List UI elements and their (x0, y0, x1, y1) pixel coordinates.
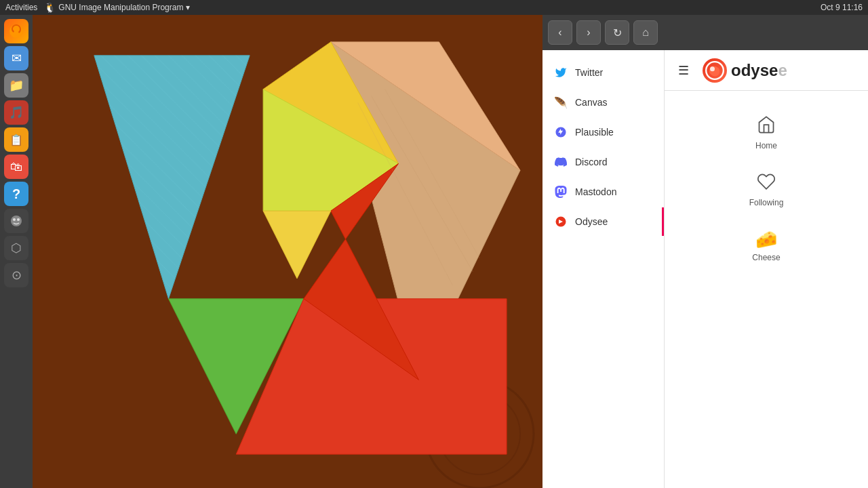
odysee-cheese-nav[interactable]: 🧀 Cheese (665, 218, 868, 273)
hamburger-button[interactable]: ☰ (673, 60, 694, 81)
mastodon-icon (553, 184, 568, 199)
browser-panel: ‹ › ↻ ⌂ Twitter 🪶 (542, 15, 868, 488)
nav-item-plausible[interactable]: Plausible (542, 118, 664, 146)
tangram-image (33, 15, 542, 488)
svg-point-3 (17, 218, 20, 221)
nav-item-canvas-label: Canvas (575, 97, 607, 108)
main-background (33, 15, 542, 488)
browser-content: Twitter 🪶 Canvas Plausible (542, 50, 868, 488)
forward-button[interactable]: › (576, 20, 601, 45)
odysee-following-nav[interactable]: Following (665, 161, 868, 218)
system-bar: Activities 🐧 GNU Image Manipulation Prog… (0, 0, 868, 15)
twitter-icon (553, 65, 568, 80)
canvas-icon: 🪶 (553, 95, 568, 110)
odysee-home-icon (757, 115, 776, 138)
datetime: Oct 9 11:16 (821, 3, 863, 12)
browser-toolbar: ‹ › ↻ ⌂ (542, 15, 868, 50)
odysee-cheese-icon: 🧀 (755, 229, 777, 250)
files-dock-icon[interactable]: 📁 (4, 73, 28, 98)
odysee-home-nav[interactable]: Home (665, 104, 868, 161)
odysee-following-label: Following (749, 198, 784, 207)
svg-point-2 (13, 218, 16, 221)
nav-item-odysee[interactable]: Odysee (542, 207, 664, 236)
odysee-vertical-nav: Home Following 🧀 Cheese (665, 91, 868, 488)
odysee-logo: odysee (703, 58, 787, 83)
firefox-dock-icon[interactable] (4, 19, 28, 43)
nav-item-mastodon[interactable]: Mastodon (542, 178, 664, 206)
svg-point-1 (11, 216, 22, 226)
nav-sidebar: Twitter 🪶 Canvas Plausible (542, 50, 665, 488)
odysee-nav-icon (553, 214, 568, 229)
odysee-logo-icon (703, 58, 727, 83)
activities-label[interactable]: Activities (5, 3, 37, 12)
nav-item-twitter[interactable]: Twitter (542, 58, 664, 87)
software-dock-icon[interactable]: 🛍 (4, 155, 28, 179)
odysee-logo-text: odysee (731, 61, 787, 80)
gimp-title: 🐧 GNU Image Manipulation Program ▾ (44, 2, 190, 13)
odysee-home-label: Home (755, 141, 777, 150)
nav-item-twitter-label: Twitter (575, 67, 603, 78)
nav-item-discord-label: Discord (575, 157, 607, 167)
gimp-dock-icon[interactable] (4, 209, 28, 233)
usb-dock-icon[interactable]: ⬡ (4, 236, 28, 260)
odysee-header: ☰ odysee (665, 50, 868, 91)
nav-item-canvas[interactable]: 🪶 Canvas (542, 88, 664, 117)
notes-dock-icon[interactable]: 📋 (4, 127, 28, 152)
odysee-following-icon (757, 172, 776, 195)
nav-item-odysee-label: Odysee (575, 216, 608, 227)
back-button[interactable]: ‹ (548, 20, 572, 45)
mail-dock-icon[interactable]: ✉ (4, 46, 28, 70)
help-dock-icon[interactable]: ? (4, 182, 28, 206)
nav-item-discord[interactable]: Discord (542, 148, 664, 176)
nav-item-mastodon-label: Mastodon (575, 186, 616, 197)
plausible-icon (553, 125, 568, 140)
svg-point-0 (9, 24, 23, 38)
music-dock-icon[interactable]: 🎵 (4, 100, 28, 125)
nav-item-plausible-label: Plausible (575, 127, 614, 138)
odysee-cheese-label: Cheese (752, 253, 780, 262)
svg-point-23 (710, 66, 715, 71)
reload-button[interactable]: ↻ (605, 20, 629, 45)
dock: ✉ 📁 🎵 📋 🛍 ? ⬡ ⊙ (0, 15, 33, 488)
dvd-dock-icon[interactable]: ⊙ (4, 263, 28, 287)
home-button[interactable]: ⌂ (633, 20, 658, 45)
discord-icon (553, 155, 568, 169)
odysee-content: ☰ odysee (665, 50, 868, 488)
